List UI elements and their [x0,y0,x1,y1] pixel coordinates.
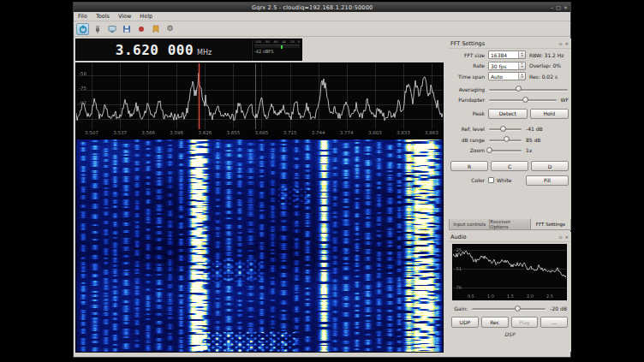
udp-button[interactable]: UDP [451,317,479,328]
audio-dock-header: Audio ▫ × [448,232,571,242]
white-checkbox-label: White [497,177,511,183]
db-range-slider[interactable] [488,135,522,144]
spinbox-arrows-icon[interactable]: ▴▾ [518,51,525,58]
freq-axis-label: 3.537 [111,130,128,135]
slider-handle[interactable] [522,97,528,103]
settings-button[interactable]: ⚙ [164,23,176,35]
fft-plot[interactable]: -58 -75 -92 3.5073.5373.5663.5963.6263.6… [75,62,444,139]
freq-axis-label: 3.566 [140,130,157,135]
waterfall[interactable] [75,139,444,353]
meter-scale: -100 -80 -60 -40 -20 0 [254,40,300,44]
freq-axis-label: 3.655 [224,130,242,135]
dsp-start-button[interactable] [76,23,89,35]
rec-button[interactable]: Rec [481,317,509,328]
meter-needle [281,45,283,49]
db-range-label: dB range [450,137,488,143]
fft-plot-canvas[interactable] [76,63,443,129]
dock-close-icon[interactable]: × [564,41,569,46]
dock-float-icon[interactable]: ▫ [559,41,563,46]
menu-help[interactable]: Help [135,13,157,20]
peak-detect-button[interactable]: Detect [488,109,528,119]
bookmarks-button[interactable] [149,23,162,35]
gain-slider[interactable] [471,305,546,313]
gqrx-window: Gqrx 2.5 - cloudiq=192.168.1.210:50000 –… [73,2,571,358]
gain-label: Gain: [452,306,471,312]
fft-size-spinbox[interactable]: 16384 ▴▾ [488,50,526,59]
pandapter-slider[interactable] [488,96,558,104]
audio-buttons: UDP Rec Play ... [451,317,568,328]
play-button[interactable]: Play [511,317,539,328]
signal-meter: -100 -80 -60 -40 -20 0 -42 dBFS [252,39,302,61]
fill-button[interactable]: Fill [526,175,569,186]
spinbox-arrows-icon[interactable]: ▴▾ [518,73,525,80]
zoom-slider[interactable] [488,146,522,155]
rate-value: 30 fps [489,62,518,69]
dsp-status-label: DSP [448,331,571,337]
db-range-value: 85 dB [526,137,540,143]
averaging-slider[interactable] [488,85,569,93]
freq-axis-label: 3.863 [423,130,440,135]
freq-axis-label: 3.626 [196,130,213,135]
menu-tools[interactable]: Tools [92,13,114,20]
audio-spectrum: -25 -51 -76 0.5 1.0 1.5 2.0 2.5 [452,244,567,300]
waterfall-canvas[interactable] [76,139,443,352]
slider-handle[interactable] [486,147,492,153]
slider-handle[interactable] [516,86,522,92]
menu-view[interactable]: View [114,13,135,20]
dock-float-icon[interactable]: ▫ [559,234,563,240]
meter-tick: -100 [254,40,261,44]
audio-options-button[interactable]: ... [540,317,568,328]
floppy-icon [122,25,131,33]
save-settings-button[interactable] [120,23,133,35]
audio-db-label: -51 [455,266,462,271]
white-checkbox[interactable] [488,177,494,183]
tab-fft-settings[interactable]: FFT Settings [530,218,571,230]
reset-button[interactable]: R [450,161,488,171]
ref-level-label: Ref. level [450,126,488,132]
slider-handle[interactable] [504,136,510,142]
meter-reading: -42 dBFS [254,49,300,54]
iq-record-button[interactable] [134,23,147,35]
io-config-button[interactable] [91,23,104,35]
freq-axis-label: 3.715 [282,130,299,135]
monitor-icon [108,25,116,33]
ref-level-row: Ref. level -41 dB [450,124,569,134]
freq-axis-label: 3.803 [367,130,384,135]
audio-khz-label: 2.0 [524,294,536,299]
fft-settings-dock: FFT Settings ▫ × FFT size 16384 ▴▾ RBW: … [448,39,571,230]
time-span-spinbox[interactable]: Auto ▴▾ [488,72,526,80]
ref-level-slider[interactable] [488,125,522,134]
tab-input-controls[interactable]: Input controls [449,219,490,230]
rate-spinbox[interactable]: 30 fps ▴▾ [488,62,526,70]
db-axis-label: -92 [79,100,86,105]
meter-tick: -80 [265,40,270,44]
tab-receiver-options[interactable]: Receiver Options [489,219,530,230]
maximize-icon[interactable]: □ [556,4,561,10]
minimize-icon[interactable]: – [551,4,553,10]
load-settings-button[interactable] [105,23,118,35]
center-button[interactable]: C [491,161,528,171]
freq-axis-label: 3.507 [83,130,100,135]
db-range-row: dB range 85 dB [450,135,569,145]
frequency-display[interactable]: 3.620 000 MHz [75,39,252,61]
res-info: Res: 0.02 s [529,74,558,80]
zoom-row: Zoom 1x [450,145,569,155]
frequency-digits[interactable]: 3.620 000 [116,42,194,58]
fft-size-value: 16384 [489,51,518,58]
menu-file[interactable]: File [74,13,92,20]
close-icon[interactable]: × [564,4,568,10]
audio-db-label: -25 [455,247,462,252]
slider-handle[interactable] [500,126,506,132]
dock-close-icon[interactable]: × [564,234,569,240]
titlebar[interactable]: Gqrx 2.5 - cloudiq=192.168.1.210:50000 –… [74,3,570,12]
audio-spectrum-canvas [453,245,566,300]
slider-handle[interactable] [515,306,521,312]
meter-tick: -20 [289,40,295,44]
averaging-row: Averaging [450,85,569,94]
gain-row: Gain: -20 dB [452,304,567,313]
meter-track [254,45,300,48]
spinbox-arrows-icon[interactable]: ▴▾ [518,62,525,69]
demod-button[interactable]: D [531,161,569,171]
peak-hold-button[interactable]: Hold [530,109,569,119]
gain-value: -20 dB [550,306,567,312]
